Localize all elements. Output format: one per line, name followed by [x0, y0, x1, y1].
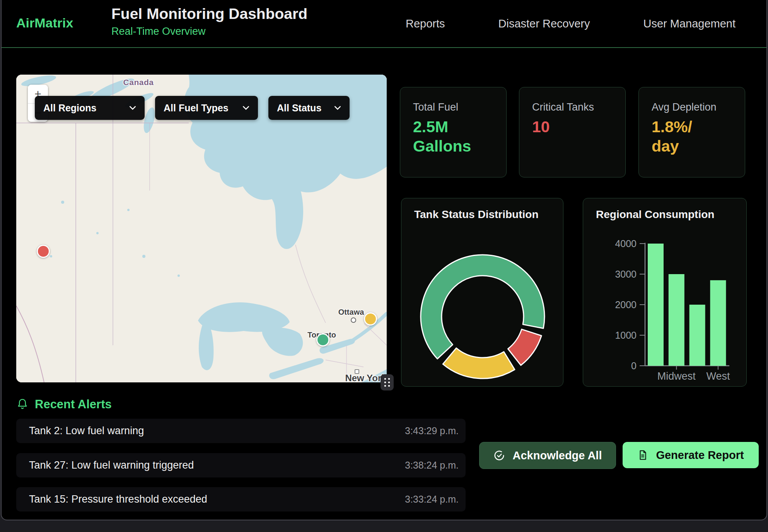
alert-row[interactable]: Tank 2: Low fuel warning 3:43:29 p.m. — [16, 419, 466, 443]
tank-marker-critical[interactable] — [37, 245, 50, 258]
map-label-ottawa: Ottawa — [338, 308, 364, 317]
title-block: Fuel Monitoring Dashboard Real-Time Over… — [111, 5, 307, 38]
alert-message: Tank 15: Pressure threshold exceeded — [29, 493, 207, 505]
check-circle-icon — [493, 450, 505, 461]
svg-text:1000: 1000 — [615, 330, 637, 341]
regional-consumption-bar-chart: 01000200030004000MidwestWest — [583, 198, 746, 386]
svg-text:Midwest: Midwest — [657, 370, 696, 382]
stat-card-avg-depletion: Avg Depletion 1.8%/day — [638, 87, 745, 177]
acknowledge-all-button[interactable]: Acknowledge All — [479, 442, 616, 469]
alert-message: Tank 2: Low fuel warning — [29, 425, 144, 437]
alert-time: 3:43:29 p.m. — [405, 425, 459, 437]
generate-report-button[interactable]: Generate Report — [623, 442, 759, 468]
tank-status-chart-title: Tank Status Distribution — [414, 208, 539, 221]
region-filter-dropdown[interactable]: All Regions — [35, 96, 145, 120]
tank-status-donut-chart — [401, 198, 564, 387]
stat-card-critical-tanks: Critical Tanks 10 — [519, 87, 626, 177]
stat-label: Critical Tanks — [532, 101, 625, 113]
regional-consumption-card: Regional Consumption 01000200030004000Mi… — [583, 198, 747, 387]
alert-row[interactable]: Tank 15: Pressure threshold exceeded 3:3… — [16, 487, 466, 512]
fuel-type-filter-dropdown[interactable]: All Fuel Types — [155, 96, 258, 120]
page-subtitle: Real-Time Overview — [111, 26, 307, 38]
stat-label: Avg Depletion — [652, 101, 745, 113]
bell-icon — [16, 398, 29, 411]
stat-value: 10 — [532, 117, 625, 136]
chevron-down-icon — [334, 106, 341, 110]
regional-consumption-chart-title: Regional Consumption — [596, 208, 714, 221]
stat-value: 2.5MGallons — [413, 117, 506, 156]
fuel-type-filter-value: All Fuel Types — [164, 102, 229, 114]
svg-text:West: West — [706, 370, 730, 382]
chevron-down-icon — [242, 106, 249, 110]
map-panel[interactable]: Canada Ottawa Toronto New York + − All R… — [16, 75, 387, 382]
alert-row[interactable]: Tank 27: Low fuel warning triggered 3:38… — [16, 453, 466, 477]
alerts-header: Recent Alerts — [16, 397, 112, 411]
alert-time: 3:33:24 p.m. — [405, 494, 459, 505]
red-segment — [508, 329, 542, 365]
svg-text:0: 0 — [631, 360, 637, 371]
tank-marker-warning[interactable] — [364, 312, 377, 326]
stat-card-total-fuel: Total Fuel 2.5MGallons — [400, 87, 507, 177]
map-label-canada: Canada — [123, 78, 154, 87]
map-filter-bar: All Regions All Fuel Types All Status — [35, 96, 350, 120]
yellow-segment — [443, 348, 515, 379]
alert-time: 3:38:24 p.m. — [405, 460, 459, 471]
acknowledge-all-label: Acknowledge All — [513, 449, 602, 462]
document-icon — [637, 450, 648, 460]
region-filter-value: All Regions — [43, 102, 97, 114]
header: AirMatrix Fuel Monitoring Dashboard Real… — [2, 0, 766, 48]
drag-dots-icon — [381, 374, 394, 390]
tank-status-card: Tank Status Distribution — [401, 198, 563, 387]
nav-user-management[interactable]: User Management — [643, 17, 736, 30]
alert-message: Tank 27: Low fuel warning triggered — [29, 459, 194, 471]
generate-report-label: Generate Report — [656, 449, 744, 462]
stat-value: 1.8%/day — [652, 117, 745, 156]
main-nav: Reports Disaster Recovery User Managemen… — [406, 0, 736, 47]
tank-marker-normal[interactable] — [316, 333, 329, 346]
nav-disaster-recovery[interactable]: Disaster Recovery — [498, 17, 590, 30]
status-filter-dropdown[interactable]: All Status — [268, 96, 350, 120]
svg-text:3000: 3000 — [615, 269, 637, 280]
nav-reports[interactable]: Reports — [406, 17, 445, 30]
page-title: Fuel Monitoring Dashboard — [111, 5, 307, 22]
svg-text:4000: 4000 — [615, 238, 637, 249]
resize-handle[interactable] — [381, 374, 394, 390]
chevron-down-icon — [129, 106, 136, 110]
app-window: AirMatrix Fuel Monitoring Dashboard Real… — [1, 0, 767, 520]
app-logo[interactable]: AirMatrix — [16, 15, 73, 31]
svg-text:2000: 2000 — [615, 299, 637, 310]
status-filter-value: All Status — [277, 102, 321, 114]
alerts-title: Recent Alerts — [35, 397, 112, 411]
ottawa-city-marker — [351, 317, 356, 323]
stat-label: Total Fuel — [413, 101, 506, 113]
